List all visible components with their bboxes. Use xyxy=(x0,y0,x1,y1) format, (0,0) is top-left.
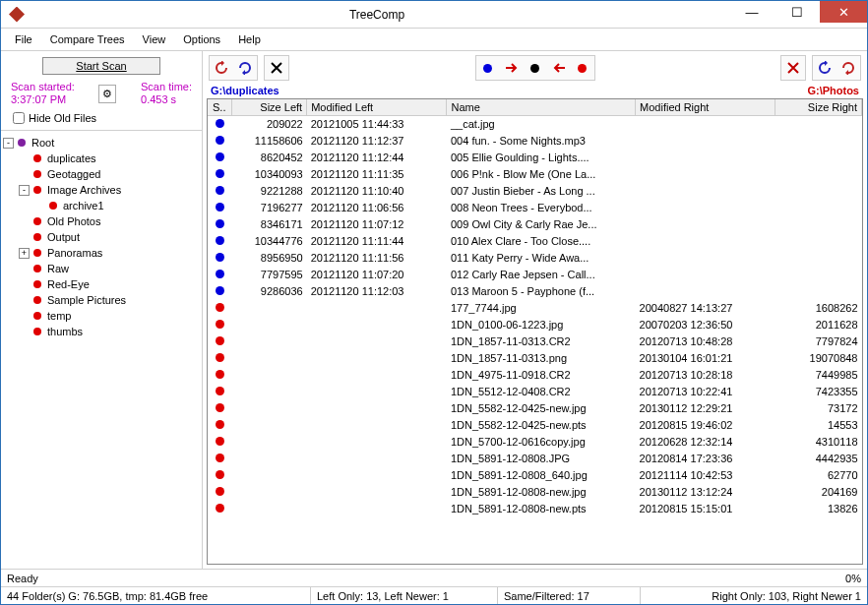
hide-old-files-checkbox[interactable]: Hide Old Files xyxy=(7,110,196,126)
cell-modified-left xyxy=(307,417,447,434)
tree-item[interactable]: duplicates xyxy=(3,151,200,166)
copy-left-button[interactable] xyxy=(548,57,570,79)
tree-item[interactable]: Raw xyxy=(3,261,200,276)
menu-view[interactable]: View xyxy=(135,31,174,47)
col-modified-left[interactable]: Modified Left xyxy=(307,99,447,116)
col-size-left[interactable]: Size Left xyxy=(231,99,307,116)
maximize-button[interactable]: ☐ xyxy=(775,1,820,23)
file-row[interactable]: 834617120121120 11:07:12009 Owl City & C… xyxy=(208,216,862,233)
tree-item[interactable]: thumbs xyxy=(3,324,200,339)
file-row[interactable]: 922128820121120 11:10:40007 Justin Biebe… xyxy=(208,183,862,200)
tree-item[interactable]: temp xyxy=(3,308,200,324)
file-row[interactable]: 928603620121120 11:12:03013 Maroon 5 - P… xyxy=(208,283,862,300)
file-row[interactable]: 1034009320121120 11:11:35006 P!nk - Blow… xyxy=(208,166,862,183)
filter-same-button[interactable] xyxy=(525,57,546,79)
file-row[interactable]: 1DN_5700-12-0616copy.jpg20120628 12:32:1… xyxy=(208,434,862,451)
file-row[interactable]: 719627720121120 11:06:56008 Neon Trees -… xyxy=(208,200,862,216)
file-row[interactable]: 1DN_1857-11-0313.png20130104 16:01:21190… xyxy=(208,350,862,367)
cell-size-right xyxy=(775,200,862,216)
app-icon xyxy=(9,7,25,23)
col-size-right[interactable]: Size Right xyxy=(775,99,862,116)
cell-size-left xyxy=(231,434,307,451)
col-status[interactable]: S.. xyxy=(208,99,231,116)
folder-dot-icon xyxy=(31,263,43,274)
status-dot-icon xyxy=(216,504,224,513)
tree-item[interactable]: Geotagged xyxy=(3,166,200,182)
cell-name: 008 Neon Trees - Everybod... xyxy=(447,200,636,216)
sync-left-button[interactable] xyxy=(814,57,836,79)
folder-dot-icon xyxy=(31,168,43,180)
cell-size-right xyxy=(775,116,862,133)
file-row[interactable]: 1DN_5582-12-0425-new.pts20120815 19:46:0… xyxy=(208,417,862,434)
file-row[interactable]: 1DN_5512-12-0408.CR220120713 10:22:41742… xyxy=(208,384,862,400)
menu-compare-trees[interactable]: Compare Trees xyxy=(42,31,133,47)
cell-name: 006 P!nk - Blow Me (One La... xyxy=(447,166,636,183)
folder-tree[interactable]: -RootduplicatesGeotagged-Image Archivesa… xyxy=(1,130,202,569)
file-row[interactable]: 1DN_1857-11-0313.CR220120713 10:48:28779… xyxy=(208,333,862,350)
status-folders: 44 Folder(s) G: 76.5GB, tmp: 81.4GB free xyxy=(1,587,311,604)
refresh-right-button[interactable] xyxy=(234,57,256,79)
file-row[interactable]: 1DN_0100-06-1223.jpg20070203 12:36:50201… xyxy=(208,317,862,333)
file-row[interactable]: 177_7744.jpg20040827 14:13:271608262 xyxy=(208,300,862,317)
file-grid[interactable]: S.. Size Left Modified Left Name Modifie… xyxy=(207,98,863,565)
cell-modified-right: 20130104 16:01:21 xyxy=(636,350,775,367)
status-left-only: Left Only: 13, Left Newer: 1 xyxy=(311,587,498,604)
cell-modified-left: 20121120 11:11:44 xyxy=(307,233,447,250)
file-row[interactable]: 1DN_5891-12-0808-new.jpg20130112 13:12:2… xyxy=(208,484,862,501)
file-row[interactable]: 1DN_5891-12-0808.JPG20120814 17:23:36444… xyxy=(208,451,862,467)
status-dot-icon xyxy=(216,454,224,462)
file-row[interactable]: 1115860620121120 11:12:37004 fun. - Some… xyxy=(208,133,862,150)
status-dot-icon xyxy=(216,420,224,429)
status-dot-icon xyxy=(216,253,224,262)
col-modified-right[interactable]: Modified Right xyxy=(636,99,775,116)
file-row[interactable]: 862045220121120 11:12:44005 Ellie Gouldi… xyxy=(208,150,862,166)
file-row[interactable]: 20902220121005 11:44:33__cat.jpg xyxy=(208,116,862,133)
cell-size-left: 10340093 xyxy=(231,166,307,183)
file-row[interactable]: 1DN_5582-12-0425-new.jpg20130112 12:29:2… xyxy=(208,400,862,417)
scan-settings-icon[interactable]: ⚙ xyxy=(98,85,116,103)
tree-item[interactable]: Output xyxy=(3,229,200,245)
scan-started-time: 3:37:07 PM xyxy=(11,93,75,106)
sync-right-button[interactable] xyxy=(837,57,859,79)
cell-modified-right: 20120713 10:22:41 xyxy=(636,384,775,400)
expand-icon[interactable]: - xyxy=(19,185,30,196)
hide-old-files-label: Hide Old Files xyxy=(29,112,96,124)
cell-name: 1DN_5512-12-0408.CR2 xyxy=(447,384,636,400)
menu-options[interactable]: Options xyxy=(175,31,228,47)
close-button[interactable]: ✕ xyxy=(820,1,867,23)
refresh-left-button[interactable] xyxy=(211,57,232,79)
tree-item[interactable]: archive1 xyxy=(3,198,200,213)
copy-right-button[interactable] xyxy=(501,57,523,79)
col-name[interactable]: Name xyxy=(447,99,636,116)
tree-item[interactable]: -Image Archives xyxy=(3,182,200,198)
file-row[interactable]: 1DN_5891-12-0808-new.pts20120815 15:15:0… xyxy=(208,501,862,517)
status-dot-icon xyxy=(216,270,224,278)
delete-button[interactable] xyxy=(266,57,287,79)
file-row[interactable]: 779759520121120 11:07:20012 Carly Rae Je… xyxy=(208,267,862,283)
file-row[interactable]: 1034477620121120 11:11:44010 Alex Clare … xyxy=(208,233,862,250)
scan-started-label: Scan started: xyxy=(11,81,75,93)
expand-icon[interactable]: + xyxy=(19,248,30,259)
menu-file[interactable]: File xyxy=(7,31,40,47)
file-row[interactable]: 895695020121120 11:11:56011 Katy Perry -… xyxy=(208,250,862,267)
status-dot-icon xyxy=(216,353,224,362)
tree-item[interactable]: Sample Pictures xyxy=(3,292,200,308)
start-scan-button[interactable]: Start Scan xyxy=(42,57,160,75)
cell-modified-right xyxy=(636,116,775,133)
minimize-button[interactable]: — xyxy=(729,1,775,23)
tree-root[interactable]: -Root xyxy=(3,135,200,151)
filter-right-only-button[interactable] xyxy=(572,57,593,79)
cell-modified-right xyxy=(636,216,775,233)
hide-old-files-input[interactable] xyxy=(13,112,25,124)
expand-icon[interactable]: - xyxy=(3,138,14,149)
cell-size-right: 62770 xyxy=(775,467,862,484)
tree-item[interactable]: Old Photos xyxy=(3,213,200,229)
menu-help[interactable]: Help xyxy=(230,31,269,47)
tree-item[interactable]: +Panoramas xyxy=(3,245,200,261)
clear-button[interactable] xyxy=(782,57,804,79)
cell-size-right: 7423355 xyxy=(775,384,862,400)
tree-item[interactable]: Red-Eye xyxy=(3,276,200,292)
file-row[interactable]: 1DN_5891-12-0808_640.jpg20121114 10:42:5… xyxy=(208,467,862,484)
file-row[interactable]: 1DN_4975-11-0918.CR220120713 10:28:18744… xyxy=(208,367,862,384)
filter-left-only-button[interactable] xyxy=(477,57,499,79)
